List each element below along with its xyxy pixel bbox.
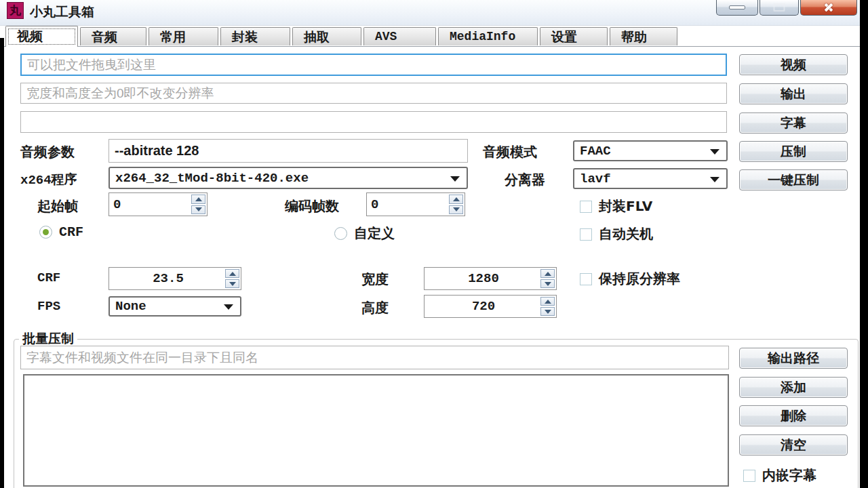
maximize-icon — [774, 3, 785, 12]
chevron-down-icon — [710, 149, 719, 155]
width-spinner[interactable]: 1280 — [424, 267, 557, 290]
spin-down-button[interactable] — [540, 307, 555, 316]
one-click-encode-button[interactable]: 一键压制 — [739, 169, 848, 190]
width-value: 1280 — [429, 271, 538, 286]
tab-audio[interactable]: 音频 — [80, 27, 146, 45]
height-label: 高度 — [361, 299, 389, 317]
tab-settings[interactable]: 设置 — [540, 27, 608, 45]
tab-help[interactable]: 帮助 — [610, 27, 677, 45]
frame-count-label: 编码帧数 — [285, 197, 339, 216]
app-window: 丸 小丸工具箱 视频 音频 常用 封装 抽取 AVS MediaInfo 设置 … — [0, 0, 860, 488]
mux-flv-label: 封装FLV — [599, 197, 652, 216]
splitter-select[interactable]: lavf — [573, 168, 728, 189]
close-button[interactable] — [800, 0, 857, 16]
embed-subtitle-label: 内嵌字幕 — [762, 466, 816, 485]
tab-mediainfo[interactable]: MediaInfo — [438, 27, 538, 45]
height-value: 720 — [429, 299, 538, 314]
audio-mode-value: FAAC — [580, 144, 611, 159]
frame-count-value: 0 — [371, 197, 447, 212]
batch-subtitle-input[interactable] — [20, 346, 729, 369]
title-bar: 丸 小丸工具箱 — [0, 0, 860, 26]
chevron-down-icon — [710, 177, 719, 182]
output-path-button[interactable]: 输出路径 — [739, 348, 848, 369]
crf-value: 23.5 — [113, 271, 223, 286]
crf-mode-radio[interactable]: CRF — [39, 224, 83, 240]
spin-down-button[interactable] — [449, 205, 463, 215]
radio-icon — [39, 226, 52, 239]
minimize-icon — [729, 5, 745, 9]
output-button[interactable]: 输出 — [739, 83, 848, 104]
fps-label: FPS — [37, 299, 60, 314]
video-button[interactable]: 视频 — [739, 54, 848, 75]
tab-avs[interactable]: AVS — [363, 27, 436, 45]
start-frame-label: 起始帧 — [37, 197, 78, 216]
batch-file-list[interactable] — [23, 374, 729, 487]
spin-up-button[interactable] — [540, 269, 555, 278]
spin-down-button[interactable] — [191, 205, 205, 215]
checkbox-icon — [580, 228, 592, 241]
radio-icon — [334, 227, 347, 240]
audio-mode-select[interactable]: FAAC — [573, 140, 728, 161]
x264-program-value: x264_32_tMod-8bit-420.exe — [115, 171, 309, 186]
spin-down-button[interactable] — [540, 279, 555, 288]
mux-flv-checkbox[interactable]: 封装FLV — [580, 197, 652, 216]
tab-common[interactable]: 常用 — [149, 27, 218, 45]
spin-up-button[interactable] — [449, 195, 463, 204]
auto-shutdown-label: 自动关机 — [599, 225, 653, 243]
checkbox-icon — [580, 201, 592, 213]
custom-mode-radio[interactable]: 自定义 — [334, 224, 395, 243]
minimize-button[interactable] — [716, 0, 758, 16]
embed-subtitle-checkbox[interactable]: 内嵌字幕 — [743, 466, 816, 485]
start-frame-value: 0 — [113, 197, 189, 212]
encode-button[interactable]: 压制 — [739, 141, 848, 162]
tab-extract[interactable]: 抽取 — [292, 27, 361, 45]
frame-count-spinner[interactable]: 0 — [366, 192, 465, 216]
window-title: 小丸工具箱 — [30, 3, 94, 21]
tab-video[interactable]: 视频 — [5, 26, 78, 47]
crf-mode-label: CRF — [59, 224, 83, 240]
tab-strip: 视频 音频 常用 封装 抽取 AVS MediaInfo 设置 帮助 — [5, 27, 679, 47]
window-controls — [715, 0, 857, 16]
splitter-value: lavf — [580, 171, 611, 186]
extra-params-input[interactable] — [20, 111, 727, 133]
drop-file-input[interactable] — [20, 54, 727, 76]
keep-resolution-label: 保持原分辨率 — [599, 270, 680, 288]
remove-button[interactable]: 删除 — [739, 405, 848, 426]
chevron-down-icon — [224, 304, 233, 310]
checkbox-icon — [580, 273, 592, 285]
spin-up-button[interactable] — [191, 195, 205, 204]
close-icon — [823, 1, 835, 14]
width-label: 宽度 — [361, 270, 389, 289]
audio-mode-label: 音频模式 — [483, 143, 537, 161]
maximize-button[interactable] — [760, 0, 799, 16]
splitter-label: 分离器 — [505, 171, 545, 189]
spin-up-button[interactable] — [540, 297, 555, 306]
auto-shutdown-checkbox[interactable]: 自动关机 — [580, 225, 653, 243]
crf-spinner[interactable]: 23.5 — [108, 267, 241, 290]
x264-program-label: x264程序 — [20, 171, 77, 188]
x264-program-select[interactable]: x264_32_tMod-8bit-420.exe — [108, 167, 468, 189]
fps-value: None — [115, 299, 146, 314]
spin-up-button[interactable] — [225, 269, 239, 278]
audio-params-label: 音频参数 — [20, 143, 75, 161]
spin-down-button[interactable] — [225, 279, 239, 288]
clear-button[interactable]: 清空 — [739, 434, 848, 455]
custom-mode-label: 自定义 — [354, 224, 395, 243]
app-icon: 丸 — [7, 2, 24, 19]
fps-select[interactable]: None — [108, 296, 241, 317]
checkbox-icon — [743, 470, 755, 482]
height-spinner[interactable]: 720 — [424, 295, 557, 318]
add-button[interactable]: 添加 — [739, 377, 848, 398]
resolution-hint-input[interactable] — [20, 83, 727, 104]
tab-mux[interactable]: 封装 — [220, 27, 290, 45]
start-frame-spinner[interactable]: 0 — [108, 192, 208, 216]
window-edge-shadow — [0, 38, 4, 488]
audio-params-input[interactable] — [108, 139, 468, 163]
crf-label: CRF — [37, 270, 60, 285]
chevron-down-icon — [450, 176, 460, 182]
keep-resolution-checkbox[interactable]: 保持原分辨率 — [580, 270, 680, 288]
tab-focus-rect — [8, 28, 75, 45]
subtitle-button[interactable]: 字幕 — [739, 113, 848, 134]
